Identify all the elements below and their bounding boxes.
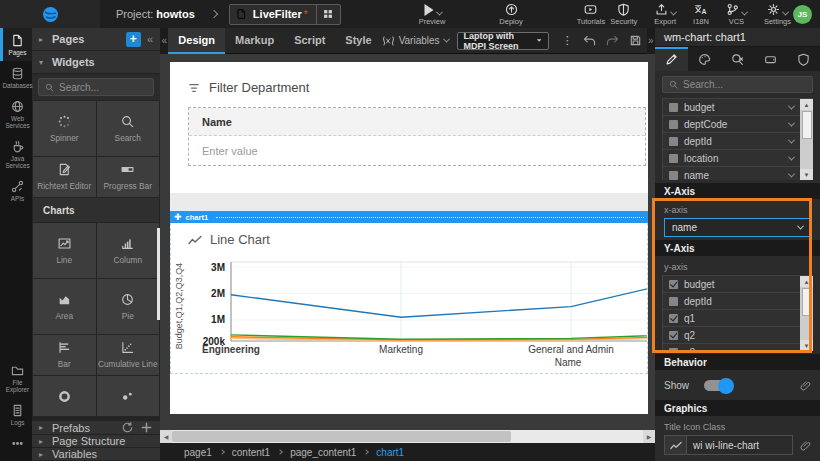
breadcrumb-item-chart1[interactable]: chart1: [376, 447, 404, 458]
page-preview[interactable]: Filter Department Name Enter value ✚ cha…: [170, 62, 648, 414]
breadcrumb-item-content1[interactable]: content1: [232, 447, 270, 458]
refresh-icon[interactable]: [121, 421, 134, 434]
widget-search-input[interactable]: Search...: [38, 78, 154, 96]
collapse-panel-icon[interactable]: «: [147, 33, 153, 45]
bind-property-icon[interactable]: [800, 440, 811, 451]
widget-tile-progress-bar[interactable]: Progress Bar: [97, 157, 160, 197]
checkbox[interactable]: [669, 297, 678, 306]
title-icon-class-input[interactable]: wi wi-line-chart: [664, 435, 793, 455]
breadcrumb-item-page_content1[interactable]: page_content1: [290, 447, 356, 458]
widget-tile-cumulative-line[interactable]: Cumulative Line: [97, 335, 160, 375]
tab-design[interactable]: Design: [168, 28, 225, 54]
dashboard-grid-icon[interactable]: [316, 4, 340, 25]
chevron-down-icon[interactable]: [788, 119, 795, 126]
widget-tile-richtext-editor[interactable]: Richtext Editor: [33, 157, 96, 197]
list-scrollbar[interactable]: ▲ ▼: [800, 276, 813, 351]
widget-tile-spinner[interactable]: Spinner: [33, 101, 96, 156]
list-item-name[interactable]: name: [662, 167, 813, 180]
scroll-right-icon[interactable]: ▶: [643, 430, 655, 443]
checkbox[interactable]: [669, 154, 678, 163]
properties-search-input[interactable]: Search...: [662, 76, 813, 93]
rail-item-web-services[interactable]: Web Services: [0, 94, 32, 134]
section-page-structure[interactable]: ▸ Page Structure: [32, 435, 160, 448]
i18n-button[interactable]: A I18N: [693, 3, 709, 26]
widget-tile-chart[interactable]: [33, 376, 96, 416]
widget-selection-bar[interactable]: ✚ chart1: [170, 211, 648, 223]
collapse-left-icon[interactable]: «: [160, 28, 168, 54]
rail-item-java-services[interactable]: Java Services: [0, 134, 32, 174]
scrollbar-track[interactable]: [172, 430, 643, 443]
panel-tab-device[interactable]: [754, 47, 787, 71]
rail-item-more[interactable]: [0, 431, 32, 457]
app-logo[interactable]: [0, 0, 100, 28]
checkbox[interactable]: [669, 120, 678, 129]
list-item-q1[interactable]: q1: [662, 310, 813, 327]
rail-item-databases[interactable]: Databases: [0, 61, 32, 94]
collapse-right-icon[interactable]: »: [647, 28, 655, 54]
list-item-q3[interactable]: q3: [662, 344, 813, 351]
vcs-button[interactable]: VCS: [726, 3, 747, 26]
undo-button[interactable]: [583, 35, 596, 46]
list-item-deptId[interactable]: deptId: [662, 293, 813, 310]
checkbox[interactable]: [669, 103, 678, 112]
scrollbar-thumb[interactable]: [172, 431, 511, 442]
chevron-down-icon[interactable]: [788, 170, 795, 177]
settings-button[interactable]: Settings: [764, 3, 791, 26]
form-title[interactable]: Filter Department: [188, 80, 309, 95]
scroll-up-icon[interactable]: ▲: [800, 99, 813, 110]
checkbox[interactable]: [669, 331, 678, 340]
rail-item-file-explorer[interactable]: File Explorer: [0, 358, 32, 398]
scrollbar-thumb[interactable]: [802, 288, 812, 316]
rail-item-logs[interactable]: Logs: [0, 398, 32, 431]
widgets-section-header[interactable]: ▾ Widgets: [32, 51, 160, 74]
widget-tile-bar[interactable]: Bar: [33, 335, 96, 375]
widget-tile-search[interactable]: Search: [97, 101, 160, 156]
name-input[interactable]: Enter value: [189, 136, 645, 165]
widget-tile-area[interactable]: Area: [33, 279, 96, 334]
user-avatar[interactable]: JS: [793, 5, 812, 24]
preview-button[interactable]: Preview: [419, 3, 446, 26]
scroll-down-icon[interactable]: ▼: [800, 169, 813, 180]
widget-tile-column[interactable]: Column: [97, 223, 160, 278]
checkbox[interactable]: [669, 280, 678, 289]
checkbox[interactable]: [669, 171, 678, 180]
section-variables[interactable]: ▸ Variables: [32, 448, 160, 461]
redo-button[interactable]: [606, 35, 619, 46]
panel-tab-search-x[interactable]: [721, 47, 754, 71]
variables-button[interactable]: Variables: [382, 35, 449, 46]
show-toggle[interactable]: [704, 380, 733, 391]
chevron-down-icon[interactable]: [788, 136, 795, 143]
widget-tile-chart[interactable]: [97, 376, 160, 416]
chevron-down-icon[interactable]: [788, 102, 795, 109]
pages-section-header[interactable]: ▸ Pages + «: [32, 28, 160, 51]
plus-icon[interactable]: [140, 421, 153, 434]
save-button[interactable]: [629, 34, 642, 47]
panel-tab-pencil[interactable]: [655, 47, 688, 71]
scroll-left-icon[interactable]: ◀: [160, 430, 172, 443]
tab-style[interactable]: Style: [335, 28, 381, 54]
list-item-budget[interactable]: budget: [662, 276, 813, 293]
list-item-location[interactable]: location: [662, 150, 813, 167]
panel-tab-shield-outline[interactable]: [787, 47, 820, 71]
tutorials-button[interactable]: Tutorials: [577, 3, 605, 26]
move-handle-icon[interactable]: ✚: [174, 212, 182, 222]
list-scrollbar[interactable]: ▲ ▼: [800, 99, 813, 180]
add-page-button[interactable]: +: [126, 32, 141, 47]
bind-property-icon[interactable]: [800, 380, 811, 391]
list-item-budget[interactable]: budget: [662, 99, 813, 116]
security-button[interactable]: Security: [610, 3, 637, 26]
tab-script[interactable]: Script: [284, 28, 335, 54]
scroll-up-icon[interactable]: ▲: [800, 276, 813, 287]
rail-item-pages[interactable]: Pages: [0, 28, 32, 61]
scrollbar-thumb[interactable]: [802, 111, 812, 139]
tab-markup[interactable]: Markup: [225, 28, 284, 54]
checkbox[interactable]: [669, 348, 678, 352]
list-item-deptId[interactable]: deptId: [662, 133, 813, 150]
list-item-q2[interactable]: q2: [662, 327, 813, 344]
widget-tile-pie[interactable]: Pie: [97, 279, 160, 334]
x-axis-select[interactable]: name: [664, 218, 811, 237]
chevron-down-icon[interactable]: [788, 153, 795, 160]
export-button[interactable]: Export: [654, 3, 676, 26]
more-options-icon[interactable]: ⋮: [562, 34, 573, 47]
panel-tab-palette[interactable]: [688, 47, 721, 71]
